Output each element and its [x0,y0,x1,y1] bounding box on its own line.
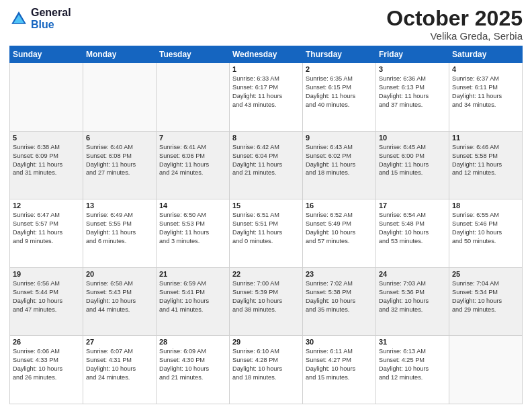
day-number: 30 [306,338,373,346]
table-row: 18Sunrise: 6:55 AM Sunset: 5:46 PM Dayli… [449,199,523,268]
table-row [449,336,523,404]
day-number: 27 [86,338,153,346]
table-row [83,63,157,132]
day-number: 25 [452,270,519,278]
calendar-week-row: 19Sunrise: 6:56 AM Sunset: 5:44 PM Dayli… [10,267,523,336]
day-number: 7 [159,134,226,142]
col-friday: Friday [376,46,449,63]
day-info: Sunrise: 6:40 AM Sunset: 6:08 PM Dayligh… [86,143,153,178]
logo: General Blue [9,7,71,32]
day-number: 17 [379,201,446,210]
table-row: 1Sunrise: 6:33 AM Sunset: 6:17 PM Daylig… [230,63,303,132]
calendar-header-row: Sunday Monday Tuesday Wednesday Thursday… [10,46,523,63]
table-row: 30Sunrise: 6:11 AM Sunset: 4:27 PM Dayli… [303,336,376,404]
table-row: 12Sunrise: 6:47 AM Sunset: 5:57 PM Dayli… [10,199,83,268]
table-row: 27Sunrise: 6:07 AM Sunset: 4:31 PM Dayli… [83,336,157,404]
day-info: Sunrise: 6:45 AM Sunset: 6:00 PM Dayligh… [379,143,446,178]
title-section: October 2025 Velika Greda, Serbia [386,7,523,42]
day-info: Sunrise: 6:42 AM Sunset: 6:04 PM Dayligh… [232,143,300,178]
table-row: 6Sunrise: 6:40 AM Sunset: 6:08 PM Daylig… [83,131,157,199]
day-number: 18 [452,201,519,210]
day-number: 15 [232,201,300,210]
month-title: October 2025 [386,7,523,30]
day-info: Sunrise: 6:07 AM Sunset: 4:31 PM Dayligh… [86,347,153,382]
day-number: 16 [306,201,373,210]
table-row: 29Sunrise: 6:10 AM Sunset: 4:28 PM Dayli… [230,336,303,404]
day-info: Sunrise: 6:09 AM Sunset: 4:30 PM Dayligh… [159,347,226,382]
col-monday: Monday [83,46,157,63]
day-info: Sunrise: 6:46 AM Sunset: 5:58 PM Dayligh… [452,143,519,178]
day-number: 26 [13,338,80,346]
day-info: Sunrise: 6:59 AM Sunset: 5:41 PM Dayligh… [159,279,226,314]
table-row: 8Sunrise: 6:42 AM Sunset: 6:04 PM Daylig… [230,131,303,199]
day-info: Sunrise: 6:49 AM Sunset: 5:55 PM Dayligh… [86,211,153,246]
day-info: Sunrise: 6:41 AM Sunset: 6:06 PM Dayligh… [159,143,226,178]
day-info: Sunrise: 7:03 AM Sunset: 5:36 PM Dayligh… [379,279,446,314]
table-row: 15Sunrise: 6:51 AM Sunset: 5:51 PM Dayli… [230,199,303,268]
table-row: 23Sunrise: 7:02 AM Sunset: 5:38 PM Dayli… [303,267,376,336]
calendar-table: Sunday Monday Tuesday Wednesday Thursday… [9,46,523,404]
day-info: Sunrise: 6:52 AM Sunset: 5:49 PM Dayligh… [306,211,373,246]
calendar-week-row: 5Sunrise: 6:38 AM Sunset: 6:09 PM Daylig… [10,131,523,199]
day-info: Sunrise: 6:47 AM Sunset: 5:57 PM Dayligh… [13,211,80,246]
table-row: 10Sunrise: 6:45 AM Sunset: 6:00 PM Dayli… [376,131,449,199]
col-wednesday: Wednesday [230,46,303,63]
day-info: Sunrise: 6:55 AM Sunset: 5:46 PM Dayligh… [452,211,519,246]
day-info: Sunrise: 6:33 AM Sunset: 6:17 PM Dayligh… [232,75,300,109]
day-number: 21 [159,270,226,278]
day-number: 5 [13,134,80,142]
day-number: 8 [232,134,300,142]
day-info: Sunrise: 7:04 AM Sunset: 5:34 PM Dayligh… [452,279,519,314]
day-info: Sunrise: 6:56 AM Sunset: 5:44 PM Dayligh… [13,279,80,314]
day-info: Sunrise: 6:54 AM Sunset: 5:48 PM Dayligh… [379,211,446,246]
day-info: Sunrise: 6:10 AM Sunset: 4:28 PM Dayligh… [232,347,300,382]
day-info: Sunrise: 6:36 AM Sunset: 6:13 PM Dayligh… [379,75,446,109]
day-info: Sunrise: 6:50 AM Sunset: 5:53 PM Dayligh… [159,211,226,246]
day-info: Sunrise: 6:38 AM Sunset: 6:09 PM Dayligh… [13,143,80,178]
day-info: Sunrise: 7:02 AM Sunset: 5:38 PM Dayligh… [306,279,373,314]
calendar-week-row: 1Sunrise: 6:33 AM Sunset: 6:17 PM Daylig… [10,63,523,132]
table-row: 13Sunrise: 6:49 AM Sunset: 5:55 PM Dayli… [83,199,157,268]
day-info: Sunrise: 6:06 AM Sunset: 4:33 PM Dayligh… [13,347,80,382]
table-row: 25Sunrise: 7:04 AM Sunset: 5:34 PM Dayli… [449,267,523,336]
col-tuesday: Tuesday [157,46,230,63]
day-number: 31 [379,338,446,346]
logo-icon [9,9,28,28]
day-number: 23 [306,270,373,278]
table-row: 19Sunrise: 6:56 AM Sunset: 5:44 PM Dayli… [10,267,83,336]
day-number: 9 [306,134,373,142]
day-number: 11 [452,134,519,142]
day-info: Sunrise: 6:43 AM Sunset: 6:02 PM Dayligh… [306,143,373,178]
calendar-week-row: 26Sunrise: 6:06 AM Sunset: 4:33 PM Dayli… [10,336,523,404]
day-number: 29 [232,338,300,346]
day-number: 12 [13,201,80,210]
day-number: 2 [306,65,373,73]
day-info: Sunrise: 6:35 AM Sunset: 6:15 PM Dayligh… [306,75,373,109]
table-row: 26Sunrise: 6:06 AM Sunset: 4:33 PM Dayli… [10,336,83,404]
day-number: 24 [379,270,446,278]
day-number: 6 [86,134,153,142]
table-row [10,63,83,132]
table-row: 7Sunrise: 6:41 AM Sunset: 6:06 PM Daylig… [157,131,230,199]
table-row: 14Sunrise: 6:50 AM Sunset: 5:53 PM Dayli… [157,199,230,268]
table-row: 2Sunrise: 6:35 AM Sunset: 6:15 PM Daylig… [303,63,376,132]
table-row: 28Sunrise: 6:09 AM Sunset: 4:30 PM Dayli… [157,336,230,404]
table-row: 20Sunrise: 6:58 AM Sunset: 5:43 PM Dayli… [83,267,157,336]
day-info: Sunrise: 7:00 AM Sunset: 5:39 PM Dayligh… [232,279,300,314]
day-number: 10 [379,134,446,142]
table-row: 4Sunrise: 6:37 AM Sunset: 6:11 PM Daylig… [449,63,523,132]
header: General Blue October 2025 Velika Greda, … [9,7,523,42]
table-row [157,63,230,132]
calendar-week-row: 12Sunrise: 6:47 AM Sunset: 5:57 PM Dayli… [10,199,523,268]
table-row: 9Sunrise: 6:43 AM Sunset: 6:02 PM Daylig… [303,131,376,199]
day-info: Sunrise: 6:13 AM Sunset: 4:25 PM Dayligh… [379,347,446,382]
table-row: 17Sunrise: 6:54 AM Sunset: 5:48 PM Dayli… [376,199,449,268]
table-row: 11Sunrise: 6:46 AM Sunset: 5:58 PM Dayli… [449,131,523,199]
day-number: 28 [159,338,226,346]
day-info: Sunrise: 6:11 AM Sunset: 4:27 PM Dayligh… [306,347,373,382]
day-number: 22 [232,270,300,278]
col-saturday: Saturday [449,46,523,63]
day-number: 20 [86,270,153,278]
day-number: 13 [86,201,153,210]
table-row: 21Sunrise: 6:59 AM Sunset: 5:41 PM Dayli… [157,267,230,336]
